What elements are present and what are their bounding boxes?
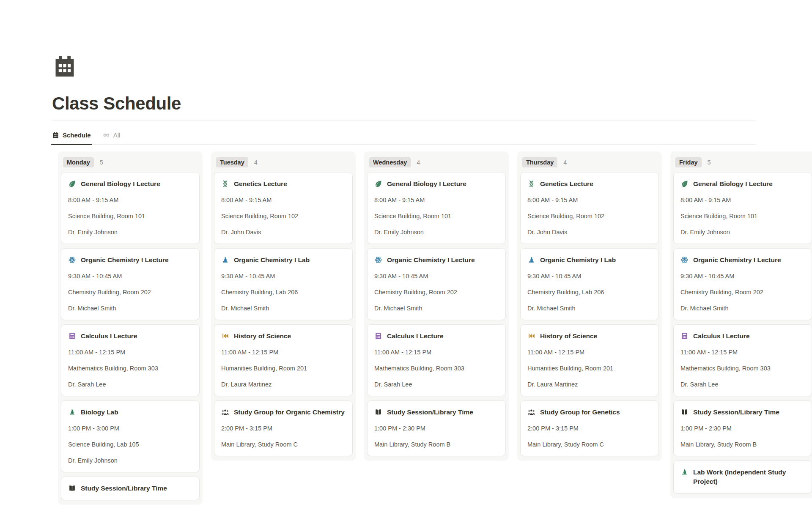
book-icon	[374, 408, 382, 416]
card-location: Chemistry Building, Room 202	[680, 288, 805, 297]
card-location: Main Library, Study Room B	[680, 440, 805, 449]
microscope-icon	[680, 468, 689, 476]
card-location: Science Building, Room 101	[680, 212, 805, 221]
column-header[interactable]: Wednesday4	[368, 155, 505, 173]
column-header[interactable]: Tuesday4	[214, 155, 352, 173]
people-icon	[527, 408, 535, 416]
card-time: 11:00 AM - 12:15 PM	[374, 348, 499, 357]
calendar-icon[interactable]	[52, 54, 77, 79]
schedule-card[interactable]: Genetics Lecture8:00 AM - 9:15 AMScience…	[521, 173, 658, 244]
schedule-card[interactable]: Organic Chemistry I Lecture9:30 AM - 10:…	[674, 249, 812, 320]
card-title: Calculus I Lecture	[81, 332, 137, 341]
card-location: Chemistry Building, Lab 206	[221, 288, 346, 297]
card-time: 11:00 AM - 12:15 PM	[680, 348, 805, 357]
card-title: Calculus I Lecture	[387, 332, 444, 341]
schedule-card[interactable]: Calculus I Lecture11:00 AM - 12:15 PMMat…	[368, 325, 505, 396]
card-location: Science Building, Room 102	[527, 212, 652, 221]
card-title: Organic Chemistry I Lecture	[693, 255, 781, 265]
card-time: 9:30 AM - 10:45 AM	[527, 272, 652, 281]
board-column-tuesday: Tuesday4Genetics Lecture8:00 AM - 9:15 A…	[211, 151, 356, 461]
book-icon	[680, 408, 689, 416]
card-title: Organic Chemistry I Lecture	[387, 255, 475, 265]
board-column-friday: Friday5General Biology I Lecture8:00 AM …	[670, 151, 812, 498]
card-title: Calculus I Lecture	[693, 332, 750, 341]
board-column-thursday: Thursday4Genetics Lecture8:00 AM - 9:15 …	[517, 151, 662, 461]
microscope-icon	[68, 408, 76, 416]
card-professor: Dr. Sarah Lee	[68, 380, 192, 389]
schedule-card[interactable]: Study Group for Organic Chemistry2:00 PM…	[214, 401, 352, 456]
card-location: Mathematics Building, Room 303	[68, 364, 192, 373]
card-location: Main Library, Study Room C	[221, 440, 346, 449]
card-time: 8:00 AM - 9:15 AM	[374, 196, 499, 205]
card-title: Study Session/Library Time	[81, 484, 167, 493]
card-location: Mathematics Building, Room 303	[374, 364, 499, 373]
card-location: Science Building, Room 101	[68, 212, 192, 221]
microscope-icon	[221, 256, 229, 264]
view-tabs: Schedule All	[52, 121, 756, 145]
card-title: Study Group for Genetics	[540, 408, 620, 417]
schedule-card[interactable]: Organic Chemistry I Lecture9:30 AM - 10:…	[368, 249, 505, 320]
schedule-card[interactable]: History of Science11:00 AM - 12:15 PMHum…	[214, 325, 352, 396]
column-count: 5	[708, 159, 711, 166]
card-title: Study Group for Organic Chemistry	[234, 408, 345, 417]
column-header[interactable]: Monday5	[61, 155, 199, 173]
schedule-card[interactable]: Calculus I Lecture11:00 AM - 12:15 PMMat…	[61, 325, 199, 396]
atom-icon	[680, 256, 689, 264]
schedule-card[interactable]: Study Session/Library Time	[61, 477, 199, 500]
page-title[interactable]: Class Schedule	[52, 93, 756, 121]
card-time: 2:00 PM - 3:15 PM	[221, 424, 346, 433]
schedule-card[interactable]: Study Group for Genetics2:00 PM - 3:15 P…	[521, 401, 658, 456]
schedule-card[interactable]: Organic Chemistry I Lab9:30 AM - 10:45 A…	[521, 249, 658, 320]
card-time: 11:00 AM - 12:15 PM	[221, 348, 346, 357]
card-location: Mathematics Building, Room 303	[680, 364, 805, 373]
column-header[interactable]: Friday5	[674, 155, 812, 173]
card-professor: Dr. Michael Smith	[680, 304, 805, 313]
card-professor: Dr. Emily Johnson	[680, 228, 805, 237]
card-time: 2:00 PM - 3:15 PM	[527, 424, 652, 433]
card-professor: Dr. Emily Johnson	[68, 228, 192, 237]
schedule-card[interactable]: History of Science11:00 AM - 12:15 PMHum…	[521, 325, 658, 396]
card-location: Main Library, Study Room B	[374, 440, 499, 449]
column-header[interactable]: Thursday4	[521, 155, 658, 173]
column-count: 4	[563, 159, 567, 166]
schedule-card[interactable]: Study Session/Library Time1:00 PM - 2:30…	[674, 401, 812, 456]
card-title: Study Session/Library Time	[693, 408, 779, 417]
leaf-icon	[680, 180, 689, 188]
card-location: Chemistry Building, Room 202	[68, 288, 192, 297]
card-professor: Dr. Michael Smith	[374, 304, 499, 313]
card-location: Humanities Building, Room 201	[527, 364, 652, 373]
tab-all[interactable]: All	[103, 132, 121, 144]
schedule-card[interactable]: Calculus I Lecture11:00 AM - 12:15 PMMat…	[674, 325, 812, 396]
schedule-card[interactable]: Organic Chemistry I Lecture9:30 AM - 10:…	[61, 249, 199, 320]
column-count: 4	[417, 159, 420, 166]
board-column-monday: Monday5General Biology I Lecture8:00 AM …	[58, 151, 203, 505]
tab-label: Schedule	[63, 132, 91, 139]
leaf-icon	[68, 180, 76, 188]
notion-page: Class Schedule Schedule All Monday5Gener…	[0, 54, 812, 507]
infinity-icon	[103, 132, 110, 139]
card-location: Chemistry Building, Lab 206	[527, 288, 652, 297]
column-count: 5	[100, 159, 103, 166]
day-pill: Tuesday	[216, 157, 248, 167]
schedule-card[interactable]: Lab Work (Independent Study Project)	[674, 461, 812, 493]
schedule-card[interactable]: Genetics Lecture8:00 AM - 9:15 AMScience…	[214, 173, 352, 244]
page-header: Class Schedule Schedule All	[52, 54, 756, 145]
schedule-card[interactable]: Study Session/Library Time1:00 PM - 2:30…	[368, 401, 505, 456]
schedule-card[interactable]: Biology Lab1:00 PM - 3:00 PMScience Buil…	[61, 401, 199, 472]
calculator-icon	[680, 332, 689, 340]
tab-schedule[interactable]: Schedule	[52, 132, 91, 144]
card-professor: Dr. John Davis	[221, 228, 346, 237]
card-time: 8:00 AM - 9:15 AM	[527, 196, 652, 205]
card-professor: Dr. Laura Martinez	[221, 380, 346, 389]
atom-icon	[68, 256, 76, 264]
schedule-card[interactable]: Organic Chemistry I Lab9:30 AM - 10:45 A…	[214, 249, 352, 320]
schedule-card[interactable]: General Biology I Lecture8:00 AM - 9:15 …	[368, 173, 505, 244]
dna-icon	[527, 180, 535, 188]
card-professor: Dr. Michael Smith	[221, 304, 346, 313]
calendar-icon	[52, 132, 59, 139]
schedule-card[interactable]: General Biology I Lecture8:00 AM - 9:15 …	[674, 173, 812, 244]
card-title: Organic Chemistry I Lecture	[81, 255, 169, 265]
schedule-card[interactable]: General Biology I Lecture8:00 AM - 9:15 …	[61, 173, 199, 244]
card-time: 1:00 PM - 3:00 PM	[68, 424, 192, 433]
card-time: 9:30 AM - 10:45 AM	[221, 272, 346, 281]
